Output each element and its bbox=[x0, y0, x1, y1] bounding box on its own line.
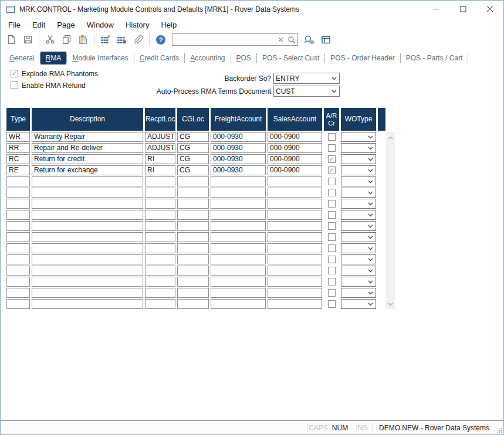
menu-edit[interactable]: Edit bbox=[26, 19, 51, 30]
arcr-checkbox[interactable] bbox=[328, 233, 336, 241]
cell-salesaccount[interactable] bbox=[268, 221, 322, 231]
delete-row-button[interactable] bbox=[114, 32, 130, 47]
menu-help[interactable]: Help bbox=[155, 19, 182, 30]
cell-salesaccount[interactable] bbox=[268, 254, 322, 264]
scroll-down-button[interactable] bbox=[386, 300, 395, 308]
menu-page[interactable]: Page bbox=[51, 19, 80, 30]
cell-cgloc[interactable] bbox=[177, 277, 209, 287]
cell-freightaccount[interactable] bbox=[211, 232, 266, 242]
cell-freightaccount[interactable] bbox=[211, 188, 266, 198]
cell-salesaccount[interactable]: 000-0900 bbox=[268, 143, 322, 153]
cell-recptloc[interactable] bbox=[145, 299, 175, 309]
cell-freightaccount[interactable] bbox=[211, 288, 266, 298]
cell-salesaccount[interactable] bbox=[268, 266, 322, 276]
arcr-checkbox[interactable] bbox=[328, 300, 336, 308]
search-icon[interactable] bbox=[286, 36, 297, 44]
cell-freightaccount[interactable] bbox=[211, 221, 266, 231]
tab-pos[interactable]: POS bbox=[231, 52, 256, 64]
cell-wotype[interactable] bbox=[341, 288, 376, 298]
cell-wotype[interactable] bbox=[341, 299, 376, 309]
menu-window[interactable]: Window bbox=[81, 19, 120, 30]
cell-wotype[interactable] bbox=[341, 243, 376, 253]
cell-freightaccount[interactable]: 000-0930 bbox=[211, 143, 266, 153]
cell-wotype[interactable] bbox=[341, 188, 376, 198]
cell-type[interactable]: WR bbox=[6, 132, 30, 142]
paste-button[interactable] bbox=[75, 32, 91, 47]
cell-wotype[interactable] bbox=[341, 154, 376, 164]
cell-freightaccount[interactable]: 000-0930 bbox=[211, 154, 266, 164]
window-layout-button[interactable] bbox=[318, 32, 334, 47]
cell-salesaccount[interactable] bbox=[268, 188, 322, 198]
cell-description[interactable]: Warranty Repair bbox=[32, 132, 143, 142]
cell-cgloc[interactable] bbox=[177, 288, 209, 298]
arcr-checkbox[interactable] bbox=[328, 244, 336, 252]
arcr-checkbox[interactable] bbox=[328, 178, 336, 185]
new-document-button[interactable] bbox=[4, 32, 19, 47]
cell-type[interactable] bbox=[6, 266, 30, 276]
cell-recptloc[interactable] bbox=[145, 254, 175, 264]
cell-salesaccount[interactable] bbox=[268, 176, 322, 186]
tab-pos-select-cust[interactable]: POS - Select Cust bbox=[257, 52, 324, 64]
cell-freightaccount[interactable] bbox=[211, 243, 266, 253]
tab-rma[interactable]: RMA bbox=[40, 52, 67, 64]
cell-salesaccount[interactable]: 000-0900 bbox=[268, 154, 322, 164]
cell-salesaccount[interactable]: 000-0900 bbox=[268, 132, 322, 142]
cell-description[interactable] bbox=[32, 243, 143, 253]
cell-freightaccount[interactable] bbox=[211, 266, 266, 276]
cell-description[interactable] bbox=[32, 210, 143, 220]
cell-salesaccount[interactable] bbox=[268, 232, 322, 242]
cell-description[interactable] bbox=[32, 254, 143, 264]
cell-freightaccount[interactable] bbox=[211, 277, 266, 287]
cell-recptloc[interactable] bbox=[145, 288, 175, 298]
table-scrollbar[interactable] bbox=[386, 132, 395, 309]
cell-recptloc[interactable] bbox=[145, 221, 175, 231]
attachment-button[interactable] bbox=[130, 32, 146, 47]
save-button[interactable] bbox=[20, 32, 36, 47]
arcr-checkbox[interactable] bbox=[328, 267, 336, 274]
cell-type[interactable] bbox=[6, 199, 30, 209]
cell-freightaccount[interactable] bbox=[211, 299, 266, 309]
cell-description[interactable] bbox=[32, 199, 143, 209]
tab-general[interactable]: General bbox=[4, 52, 40, 64]
arcr-checkbox[interactable] bbox=[328, 222, 336, 230]
resize-grip[interactable] bbox=[495, 421, 503, 434]
cell-cgloc[interactable]: CG bbox=[177, 132, 209, 142]
cell-wotype[interactable] bbox=[341, 210, 376, 220]
cell-salesaccount[interactable] bbox=[268, 210, 322, 220]
cell-salesaccount[interactable] bbox=[268, 288, 322, 298]
arcr-checkbox[interactable] bbox=[328, 211, 336, 219]
arcr-checkbox[interactable] bbox=[328, 189, 336, 196]
cell-description[interactable] bbox=[32, 232, 143, 242]
cell-recptloc[interactable] bbox=[145, 210, 175, 220]
clear-search-icon[interactable] bbox=[276, 36, 286, 43]
cell-freightaccount[interactable] bbox=[211, 176, 266, 186]
cell-recptloc[interactable] bbox=[145, 243, 175, 253]
tab-credit-cards[interactable]: Credit Cards bbox=[134, 52, 184, 64]
arcr-checkbox[interactable] bbox=[328, 289, 336, 297]
cell-cgloc[interactable] bbox=[177, 266, 209, 276]
cell-recptloc[interactable] bbox=[145, 277, 175, 287]
tab-accounting[interactable]: Accounting bbox=[185, 52, 230, 64]
find-records-button[interactable] bbox=[302, 32, 317, 47]
cell-description[interactable]: Return for exchange bbox=[32, 165, 143, 175]
arcr-checkbox[interactable] bbox=[328, 200, 336, 208]
cell-freightaccount[interactable] bbox=[211, 210, 266, 220]
cell-recptloc[interactable]: RI bbox=[145, 154, 175, 164]
dropdown-auto-process-rma-terms-document[interactable]: CUST bbox=[273, 86, 340, 97]
arcr-checkbox[interactable] bbox=[328, 133, 336, 141]
cell-cgloc[interactable] bbox=[177, 299, 209, 309]
cell-salesaccount[interactable]: 000-0900 bbox=[268, 165, 322, 175]
cell-type[interactable]: RR bbox=[6, 143, 30, 153]
cell-type[interactable] bbox=[6, 288, 30, 298]
arcr-checkbox[interactable]: ✓ bbox=[328, 155, 336, 163]
cell-type[interactable]: RE bbox=[6, 165, 30, 175]
cell-type[interactable] bbox=[6, 210, 30, 220]
cell-wotype[interactable] bbox=[341, 132, 376, 142]
help-button[interactable]: ? bbox=[153, 32, 168, 47]
cell-type[interactable] bbox=[6, 188, 30, 198]
cell-wotype[interactable] bbox=[341, 277, 376, 287]
minimize-button[interactable] bbox=[422, 1, 449, 18]
cell-description[interactable]: Repair and Re-deliver bbox=[32, 143, 143, 153]
cell-recptloc[interactable] bbox=[145, 176, 175, 186]
cell-recptloc[interactable] bbox=[145, 199, 175, 209]
